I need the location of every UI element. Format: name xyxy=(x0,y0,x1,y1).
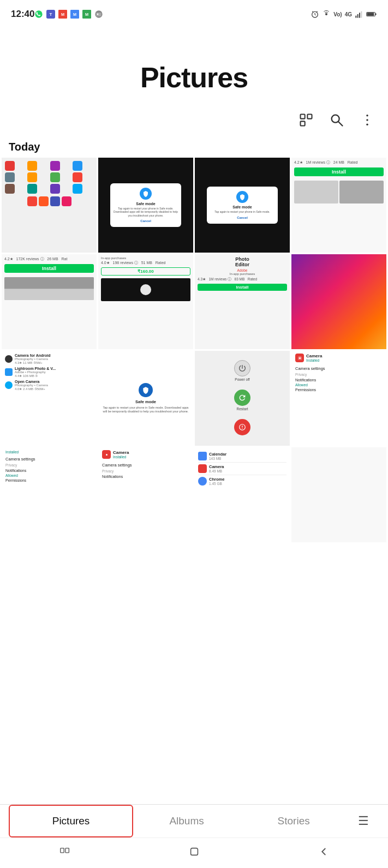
tab-albums[interactable]: Albums xyxy=(133,805,240,837)
gmail3-icon: M xyxy=(82,10,91,19)
photo-cell-homescreen[interactable] xyxy=(2,158,97,253)
svg-point-17 xyxy=(325,13,327,15)
svg-point-32 xyxy=(366,123,368,125)
photo-cell-photoeditor[interactable]: PhotoEditor Adobe In-app purchases 4.3★ … xyxy=(195,254,290,349)
bottom-tabs: Pictures Albums Stories ☰ xyxy=(0,805,388,837)
photo-cell-camerasettings1[interactable]: Camera Installed Camera settings Privacy… xyxy=(291,351,386,446)
svg-rect-18 xyxy=(355,16,356,18)
svg-point-0 xyxy=(35,10,43,17)
photo-cell-fabric[interactable] xyxy=(291,254,386,349)
4g-icon: 4G xyxy=(345,11,352,17)
tab-menu[interactable]: ☰ xyxy=(347,805,379,837)
volte-icon: Vo) xyxy=(333,11,342,17)
photo-cell-safemode2[interactable]: Safe mode Tap again to restart your phon… xyxy=(195,158,290,253)
select-button[interactable] xyxy=(296,110,316,130)
more-button[interactable] xyxy=(357,110,377,130)
svg-rect-26 xyxy=(307,115,312,119)
photo-cell-playstore3[interactable]: In-app purchases 4.0★ 198 reviews ⓘ 51 M… xyxy=(98,254,193,349)
back-button[interactable] xyxy=(307,841,341,865)
tab-stories[interactable]: Stories xyxy=(240,805,347,837)
home-button[interactable] xyxy=(177,841,211,865)
section-today: Today xyxy=(0,135,388,158)
select-icon xyxy=(299,112,314,128)
gmail-icon: M xyxy=(58,10,67,19)
svg-point-30 xyxy=(366,115,368,117)
home-icon xyxy=(188,846,200,858)
teams-icon: T xyxy=(46,10,55,19)
photo-cell-safemode1[interactable]: Safe mode Tap again to restart your phon… xyxy=(98,158,193,253)
alarm-icon xyxy=(311,10,319,19)
photo-cell-camera2[interactable]: Camera Installed Camera settings Privacy… xyxy=(98,447,193,542)
battery-icon xyxy=(366,10,377,18)
svg-point-11 xyxy=(97,14,99,15)
svg-rect-35 xyxy=(60,848,63,852)
system-icons: Vo) 4G xyxy=(311,10,377,19)
photo-cell-playstore1[interactable]: 4.2★ 1M reviews ⓘ 24 MB Rated Install xyxy=(291,158,386,253)
svg-rect-20 xyxy=(359,13,360,17)
photo-cell-saferestart[interactable]: Safe mode Tap again to restart your phon… xyxy=(98,351,193,446)
more-icon xyxy=(360,112,375,128)
svg-text:M: M xyxy=(85,12,88,17)
page-title: Pictures xyxy=(140,61,248,94)
photo-cell-calendarlist[interactable]: Calendar 143 MB Camera 8.49 MB Chrome 1.… xyxy=(195,447,290,542)
back-icon xyxy=(318,846,330,858)
notification-icons: T M M M xyxy=(34,10,103,19)
svg-text:M: M xyxy=(73,12,76,17)
svg-rect-21 xyxy=(361,11,362,18)
photo-cell-playstore2[interactable]: 4.2★ 172K reviews ⓘ 26 MB Rat Install xyxy=(2,254,97,349)
svg-rect-10 xyxy=(97,13,102,16)
svg-rect-36 xyxy=(65,848,68,852)
title-area: Pictures xyxy=(0,28,388,105)
android-nav xyxy=(0,837,388,868)
svg-text:T: T xyxy=(50,12,52,17)
gmail2-icon: M xyxy=(70,10,79,19)
svg-line-15 xyxy=(313,11,314,13)
svg-line-29 xyxy=(339,122,343,126)
svg-line-14 xyxy=(315,15,316,15)
svg-point-31 xyxy=(366,119,368,121)
tab-pictures[interactable]: Pictures xyxy=(9,805,133,837)
svg-text:M: M xyxy=(61,12,64,17)
svg-rect-24 xyxy=(367,13,374,16)
search-button[interactable] xyxy=(327,110,347,130)
svg-rect-27 xyxy=(301,121,305,125)
svg-rect-25 xyxy=(301,115,305,119)
toolbar xyxy=(0,105,388,135)
whatsapp-icon xyxy=(34,10,43,19)
svg-line-16 xyxy=(317,11,318,13)
hamburger-icon: ☰ xyxy=(358,814,369,828)
svg-rect-23 xyxy=(375,14,376,15)
status-time: 12:40 xyxy=(11,9,34,20)
svg-rect-19 xyxy=(357,14,359,18)
status-bar: 12:40 T M M M xyxy=(0,0,388,28)
hotspot-icon xyxy=(322,10,331,19)
svg-point-28 xyxy=(332,115,339,123)
svg-point-34 xyxy=(106,454,108,456)
photo-cell-empty xyxy=(291,447,386,542)
bottom-nav: Pictures Albums Stories ☰ xyxy=(0,804,388,868)
photo-cell-cameraapps[interactable]: Camera for Android Photography • Camera … xyxy=(2,351,97,446)
photo-cell-poweroff[interactable]: Power off Restart xyxy=(195,351,290,446)
svg-rect-37 xyxy=(190,848,198,855)
signal-icon xyxy=(355,10,363,19)
recent-apps-button[interactable] xyxy=(48,841,82,865)
photos-icon xyxy=(94,10,103,19)
search-icon xyxy=(329,112,344,128)
photo-cell-camerasettings2[interactable]: Installed Camera settings Privacy Notifi… xyxy=(2,447,97,542)
recent-apps-icon xyxy=(59,846,71,858)
photo-grid: Safe mode Tap again to restart your phon… xyxy=(0,158,388,608)
